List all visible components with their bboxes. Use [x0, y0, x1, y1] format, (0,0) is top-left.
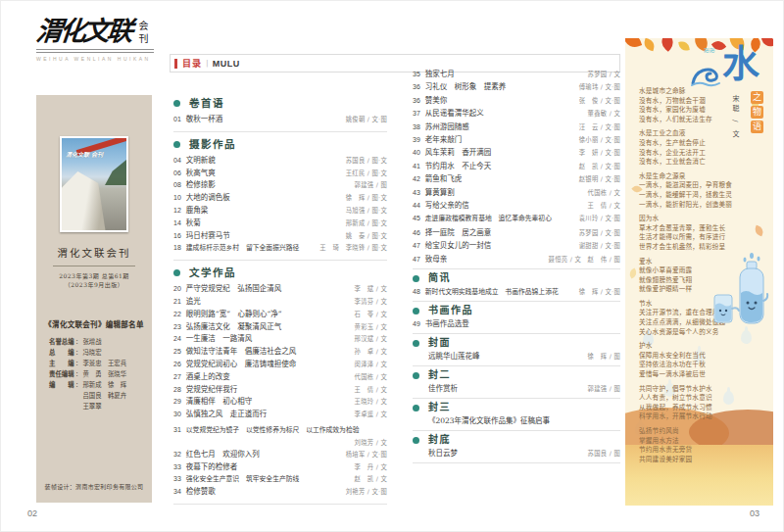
- logo-subtitle: 会刊: [135, 21, 150, 46]
- toc-entry-title: 党规党纪润初心 廉洁铸魂担使命: [186, 360, 297, 368]
- poem-line: 一滴水，能折射阳光，创造美丽: [639, 201, 759, 211]
- toc-entry: 25做知法守法青年 倡廉洁社会之风孙 卓 / 文: [173, 346, 387, 359]
- toc-entry-title-group: 48新时代文明实践基地成立 书画作品锦上添花: [413, 286, 559, 298]
- poem-line: 水是生命之源泉: [639, 172, 759, 182]
- toc-entry: 20严守党规党纪 弘扬国企清风李 斌 / 文: [173, 283, 387, 296]
- toc-entry-credit: 刘晓芳 / 文: [179, 437, 387, 449]
- editorial-names: 黄 勇 张晓华: [82, 370, 126, 378]
- toc-entry: 32红色七月 欢迎你入列杨培军 / 文·图: [173, 449, 387, 461]
- section-title: 卷首语: [189, 97, 224, 110]
- editorial-role: 责任编辑: [49, 369, 75, 380]
- toc-entry-credit: 李 丹 / 文: [355, 461, 387, 474]
- toc-entry-title: 鹿角梁: [186, 206, 209, 215]
- toc-entry-credit: 谢甜甜 / 文·图: [579, 239, 620, 252]
- toc-entry-title-group: 47致母亲: [413, 253, 447, 266]
- toc-entry: 29清廉相伴 初心相守王晓玲 / 文: [173, 396, 387, 409]
- editorial-colon: ：: [75, 338, 81, 346]
- toc-entry-page-number: 48: [413, 286, 420, 298]
- poem-line: 弘扬节约风尚: [639, 427, 759, 437]
- toc-section: 封二佳作赏析郭建强 / 图: [413, 369, 620, 395]
- toc-entry-page-number: 14: [173, 218, 181, 230]
- toc-entry: 21追光李清芬 / 文: [173, 296, 387, 309]
- toc-entry: 22眼明则路“宽” 心静则心“净”石 苓 / 文: [173, 309, 387, 321]
- logo-title: 渭化文联: [34, 17, 131, 46]
- toc-section: 封底秋日云梦苏国良 / 图: [413, 434, 620, 459]
- toc-entry-title-group: 37从民谣看渭华起义: [413, 107, 484, 120]
- toc-entry-page-number: 41: [413, 160, 420, 172]
- toc-section-header: 摄影作品: [173, 138, 387, 151]
- toc-entry: 秋日云梦苏国良 / 图: [413, 448, 620, 459]
- magazine-logo: 渭化文联 会刊 WEIHUA WENLIAN HUIKAN: [36, 17, 154, 62]
- section-divider: [413, 365, 620, 366]
- toc-entry-title: 《2023年渭化文联作品集》征稿启事: [428, 416, 550, 425]
- toc-entry-title: 秋菊: [186, 218, 201, 227]
- section-bullet-icon: [413, 308, 419, 314]
- toc-entry-title: 老年来敲门: [425, 135, 463, 144]
- toc-entry: 34检修赞歌刘艳芳 / 文·图: [173, 486, 387, 499]
- toc-entry-title: 赞美你: [425, 96, 448, 105]
- section-divider: [173, 260, 387, 261]
- toc-entry-title: 给宝贝女儿的一封信: [425, 241, 492, 250]
- toc-section: 文学作品20严守党规党纪 弘扬国企清风李 斌 / 文21追光李清芬 / 文22眼…: [173, 266, 387, 499]
- toc-column-left: 卷首语01敬秋一杯酒姚俊朝 / 文·图摄影作品04文明新貌苏国良 / 图·文06…: [173, 91, 387, 508]
- toc-section: 简讯48新时代文明实践基地成立 书画作品锦上添花徐 辉 / 文·图: [413, 272, 620, 298]
- editorial-list: 名誉总编：张增战总 编：冯晓宏主 编：李景忠 王宏兵责任编辑：黄 勇 张晓华编 …: [49, 337, 152, 412]
- toc-entry-title: 新时代文明实践基地成立 书画作品锦上添花: [425, 288, 559, 296]
- section-bullet-icon: [413, 372, 419, 379]
- poem-line: 保障用水安全利在当代: [639, 352, 759, 362]
- poem-stanza: 护水保障用水安全利在当代坚持依法治水功在千秋爱惜每一滴水泽被后世: [639, 342, 759, 379]
- toc-entry-title: 走进廉政楷模教育基地 追忆革命先辈初心: [425, 215, 552, 222]
- logo-romanization: WEIHUA WENLIAN HUIKAN: [36, 56, 154, 62]
- poem-line: 没有水，人们就无法生存: [639, 116, 759, 125]
- toc-entry-page-number: 49: [413, 318, 420, 330]
- toc-entry: 47致母亲聂恒亮 / 文 赵 伟 / 图: [413, 253, 620, 266]
- toc-entry: 28党规党纪伴我行王 倩 / 文: [173, 384, 387, 397]
- toc-entry-title: 算黄算割: [425, 188, 455, 197]
- toc-entry: 04文明新貌苏国良 / 图·文: [173, 155, 387, 168]
- toc-entry-title-group: 36习礼仪 树形象 提素养: [413, 80, 506, 93]
- toc-entry-title: 致母亲: [425, 255, 448, 264]
- toc-entry-credit: 汪 云 / 文·图: [579, 121, 620, 133]
- editorial-row: 责任编辑：黄 勇 张晓华: [49, 369, 152, 380]
- toc-entry: 33夜幕下的检修者李 丹 / 文: [173, 461, 387, 474]
- toc-entry: 45走进廉政楷模教育基地 追忆革命先辈初心袁川玲 / 文·图: [413, 212, 620, 225]
- toc-entry-title-group: 10大地的调色板: [173, 192, 230, 205]
- magazine-cover-thumbnail: 渭化文联 会刊: [60, 136, 128, 232]
- toc-entry-page-number: 27: [173, 371, 181, 384]
- poem-line: 没有水，企业无法开工: [639, 149, 759, 159]
- toc-entry-title: 夜幕下的检修者: [186, 462, 238, 471]
- toc-entry: 42箭鱼和飞虎赵银明 / 文·图: [413, 172, 620, 185]
- toc-entry-page-number: 32: [173, 449, 181, 461]
- editorial-colon: ：: [75, 370, 81, 378]
- poem-stanza: 弘扬节约风尚掌握用水方法节约用水责无旁贷共同建设美好家园: [639, 427, 759, 464]
- section-title: 封二: [428, 369, 451, 381]
- toc-entry-page-number: 46: [413, 226, 420, 239]
- toc-entry-credit: 苏梦园 / 文: [588, 68, 620, 80]
- toc-entry-title-group: 佳作赏析: [413, 383, 458, 395]
- toc-entry-credit: 李卓遥 / 文: [355, 409, 387, 421]
- header-accent-bar: [174, 59, 177, 69]
- toc-entry-title-group: 33夜幕下的检修者: [173, 461, 237, 474]
- toc-entry: 佳作赏析郭建强 / 图: [413, 383, 620, 395]
- toc-entry-credit: 徐 辉 / 图: [588, 351, 620, 363]
- section-bullet-icon: [173, 100, 180, 107]
- toc-entry-title-group: 04文明新貌: [173, 155, 216, 168]
- poem-stanza: 水是城市之命脉没有水，万物就会干涸没有水，家园化为废墟没有水，人们就无法生存: [639, 87, 759, 124]
- maple-leaf-icon: [658, 38, 677, 52]
- magazine-title: 渭化文联会刊: [36, 245, 152, 260]
- poem-panel: ≋≋ 水 之物语 宋聪 / 文 水是城市之命脉没有水，万物就会干涸没有水，家园化…: [625, 38, 773, 506]
- cover-cliff: [62, 171, 111, 230]
- section-bullet-icon: [173, 141, 180, 148]
- poem-stanza: 水是生命之源泉一滴水，能滋润麦田，孕育粮食一滴水，能缓解干渴，拯救生灵一滴水，能…: [639, 172, 759, 210]
- editorial-colon: ：: [75, 360, 81, 367]
- toc-entry-title: 红色七月 欢迎你入列: [186, 450, 260, 459]
- section-bullet-icon: [413, 405, 419, 411]
- toc-entry-credit: 李 妍 / 文·图: [579, 146, 620, 159]
- section-divider: [413, 398, 620, 399]
- toc-entry-title: 书画作品选登: [425, 319, 469, 328]
- toc-entry-credit: 赵银明 / 文·图: [579, 172, 620, 185]
- editorial-names: 张增战: [82, 338, 101, 346]
- toc-entry-page-number: 25: [173, 346, 181, 359]
- toc-entry-credit: 徐 辉 / 图·文: [346, 192, 387, 205]
- editorial-row: 总 编：冯晓宏: [49, 348, 152, 359]
